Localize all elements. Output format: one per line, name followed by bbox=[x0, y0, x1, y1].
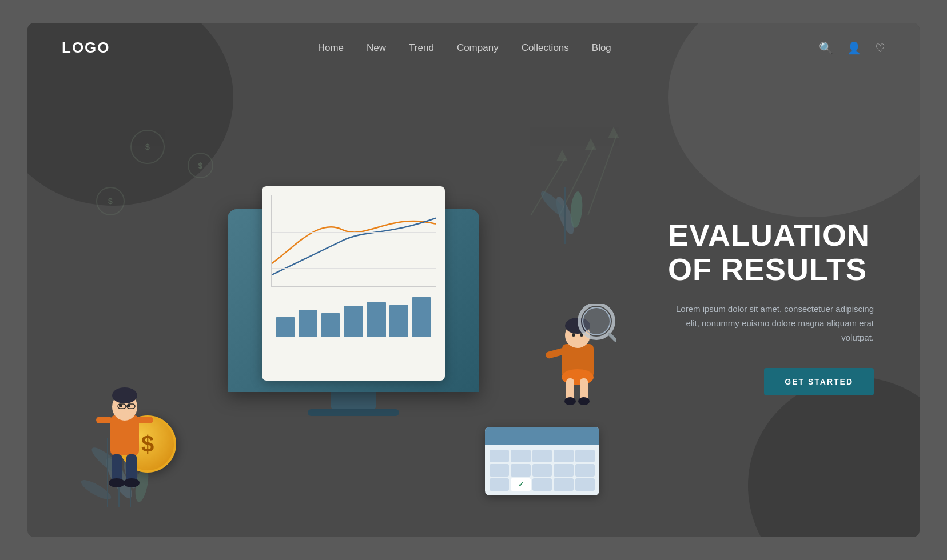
nav-item-company[interactable]: Company bbox=[457, 42, 499, 54]
line-chart-area bbox=[271, 195, 436, 287]
svg-marker-5 bbox=[608, 127, 619, 138]
nav-link-collections[interactable]: Collections bbox=[522, 42, 569, 53]
svg-point-30 bbox=[109, 478, 125, 487]
right-section: EVALUATION OF RESULTS Lorem ipsum dolor … bbox=[645, 218, 885, 395]
cal-cell-15 bbox=[575, 478, 595, 491]
bar-1 bbox=[276, 317, 295, 337]
bar-5 bbox=[367, 302, 386, 337]
cal-cell-1 bbox=[490, 450, 509, 462]
svg-rect-18 bbox=[110, 415, 139, 455]
nav-link-company[interactable]: Company bbox=[457, 42, 499, 53]
svg-point-40 bbox=[564, 397, 576, 405]
cal-cell-13 bbox=[532, 478, 552, 491]
nav-link-blog[interactable]: Blog bbox=[592, 42, 611, 53]
navbar: LOGO Home New Trend Company Collections … bbox=[27, 23, 920, 73]
svg-rect-26 bbox=[96, 417, 112, 423]
bar-2 bbox=[299, 310, 318, 337]
nav-item-home[interactable]: Home bbox=[318, 42, 344, 54]
cal-cell-4 bbox=[554, 450, 573, 462]
cal-cell-5 bbox=[575, 450, 595, 462]
cal-cell-6 bbox=[490, 464, 509, 477]
monitor-stand bbox=[331, 392, 376, 409]
calendar: ✓ bbox=[485, 427, 599, 495]
cal-cell-14 bbox=[554, 478, 573, 491]
bar-chart-area bbox=[271, 291, 436, 337]
nav-item-new[interactable]: New bbox=[367, 42, 386, 54]
page-wrapper: LOGO Home New Trend Company Collections … bbox=[27, 23, 920, 537]
bar-3 bbox=[321, 313, 340, 337]
bar-7 bbox=[412, 297, 431, 337]
user-icon[interactable]: 👤 bbox=[847, 41, 861, 55]
logo: LOGO bbox=[62, 39, 110, 57]
nav-link-new[interactable]: New bbox=[367, 42, 386, 53]
svg-rect-27 bbox=[137, 417, 153, 423]
svg-point-20 bbox=[112, 387, 137, 403]
svg-point-35 bbox=[572, 333, 575, 337]
nav-links: Home New Trend Company Collections Blog bbox=[318, 42, 611, 54]
cal-cell-11 bbox=[490, 478, 509, 491]
nav-item-blog[interactable]: Blog bbox=[592, 42, 611, 54]
cal-cell-9 bbox=[554, 464, 573, 477]
cal-cell-checked: ✓ bbox=[511, 478, 530, 491]
coin-circle-1: $ bbox=[130, 130, 165, 164]
coin-circle-2: $ bbox=[96, 187, 125, 215]
person-right-svg bbox=[542, 304, 616, 407]
leaves-right-top-svg bbox=[531, 130, 599, 244]
person-left-svg bbox=[93, 370, 156, 490]
nav-item-collections[interactable]: Collections bbox=[522, 42, 569, 54]
coin-circle-3: $ bbox=[188, 153, 213, 178]
chart-paper bbox=[262, 186, 445, 381]
monitor-base bbox=[308, 409, 399, 416]
hero-description: Lorem ipsum dolor sit amet, consectetuer… bbox=[668, 302, 874, 345]
nav-link-home[interactable]: Home bbox=[318, 42, 344, 53]
main-content: $ $ $ bbox=[27, 73, 920, 530]
heart-icon[interactable]: ♡ bbox=[875, 41, 885, 55]
svg-point-41 bbox=[578, 397, 590, 405]
cal-cell-8 bbox=[532, 464, 552, 477]
monitor-container bbox=[228, 209, 479, 416]
cal-cell-7 bbox=[511, 464, 530, 477]
hero-title: EVALUATION OF RESULTS bbox=[668, 218, 874, 286]
illustration-area: $ $ $ bbox=[62, 84, 645, 530]
svg-point-21 bbox=[119, 404, 122, 407]
bar-6 bbox=[389, 305, 409, 337]
get-started-button[interactable]: GET STARTED bbox=[764, 368, 874, 395]
monitor bbox=[228, 209, 479, 392]
line-chart-svg bbox=[272, 195, 436, 286]
search-icon[interactable]: 🔍 bbox=[819, 41, 833, 55]
cal-cell-10 bbox=[575, 464, 595, 477]
svg-line-45 bbox=[610, 334, 615, 340]
nav-item-trend[interactable]: Trend bbox=[409, 42, 434, 54]
bar-4 bbox=[344, 306, 363, 337]
svg-point-31 bbox=[124, 478, 140, 487]
svg-point-44 bbox=[583, 307, 610, 335]
nav-icons: 🔍 👤 ♡ bbox=[819, 41, 885, 55]
cal-cell-3 bbox=[532, 450, 552, 462]
hero-title-line1: EVALUATION bbox=[668, 218, 870, 252]
nav-link-trend[interactable]: Trend bbox=[409, 42, 434, 53]
calendar-header bbox=[485, 427, 599, 445]
cal-cell-2 bbox=[511, 450, 530, 462]
hero-title-line2: OF RESULTS bbox=[668, 252, 867, 286]
calendar-grid: ✓ bbox=[485, 445, 599, 495]
